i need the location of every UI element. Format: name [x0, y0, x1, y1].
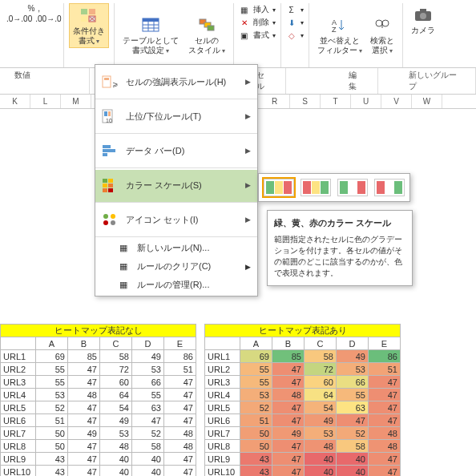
data-cell[interactable]: 48 — [369, 440, 401, 453]
autosum-button[interactable]: Σ▾ — [286, 3, 304, 16]
data-cell[interactable]: 48 — [305, 440, 337, 453]
data-cell[interactable]: 53 — [337, 363, 369, 376]
data-cell[interactable]: 55 — [240, 363, 272, 376]
menu-manage-rules[interactable]: ▦ルールの管理(R)... — [95, 276, 257, 294]
fill-button[interactable]: ⬇▾ — [286, 16, 304, 29]
data-cell[interactable]: 47 — [369, 401, 401, 414]
data-cell[interactable]: 50 — [36, 427, 68, 440]
format-as-table-button[interactable]: テーブルとして 書式設定 — [119, 14, 182, 57]
data-cell[interactable]: 64 — [100, 389, 132, 401]
data-cell[interactable]: 63 — [337, 401, 369, 414]
data-cell[interactable]: 55 — [36, 376, 68, 389]
data-cell[interactable]: 47 — [272, 440, 305, 453]
data-cell[interactable]: 64 — [305, 389, 337, 401]
data-cell[interactable]: 49 — [100, 414, 132, 427]
data-cell[interactable]: 47 — [164, 376, 196, 389]
menu-top-bottom-rules[interactable]: 10 上位/下位ルール(T)▶ — [95, 101, 257, 134]
color-scale-rwg[interactable] — [374, 179, 405, 196]
color-scale-gyr[interactable] — [264, 179, 294, 196]
data-cell[interactable]: 55 — [36, 363, 68, 376]
camera-button[interactable]: カメラ — [408, 3, 438, 37]
data-cell[interactable]: 47 — [369, 466, 401, 477]
data-cell[interactable]: 47 — [164, 414, 196, 427]
color-scale-gwr[interactable] — [337, 179, 368, 196]
menu-data-bars[interactable]: データ バー(D)▶ — [95, 135, 257, 168]
data-cell[interactable]: 40 — [305, 466, 337, 477]
data-cell[interactable]: 72 — [305, 363, 337, 376]
data-cell[interactable]: 47 — [164, 453, 196, 466]
data-cell[interactable]: 48 — [272, 389, 305, 401]
color-scale-ryg[interactable] — [301, 179, 331, 196]
data-cell[interactable]: 47 — [272, 363, 305, 376]
data-cell[interactable]: 47 — [68, 401, 100, 414]
data-cell[interactable]: 85 — [272, 350, 305, 363]
data-cell[interactable]: 47 — [68, 466, 100, 477]
data-cell[interactable]: 48 — [68, 389, 100, 401]
data-cell[interactable]: 66 — [337, 376, 369, 389]
data-cell[interactable]: 47 — [68, 376, 100, 389]
data-cell[interactable]: 48 — [369, 427, 401, 440]
format-button[interactable]: ▣書式▾ — [239, 29, 276, 42]
data-cell[interactable]: 47 — [272, 466, 305, 477]
data-cell[interactable]: 58 — [337, 440, 369, 453]
data-cell[interactable]: 49 — [68, 427, 100, 440]
data-cell[interactable]: 51 — [36, 414, 68, 427]
data-cell[interactable]: 63 — [132, 401, 164, 414]
data-cell[interactable]: 47 — [164, 389, 196, 401]
data-cell[interactable]: 49 — [337, 350, 369, 363]
menu-color-scales[interactable]: カラー スケール(S)▶ — [95, 170, 257, 203]
data-cell[interactable]: 48 — [100, 440, 132, 453]
data-cell[interactable]: 43 — [240, 466, 272, 477]
data-cell[interactable]: 50 — [240, 440, 272, 453]
data-cell[interactable]: 52 — [337, 427, 369, 440]
percent-format[interactable]: %, — [27, 3, 40, 14]
data-cell[interactable]: 40 — [305, 453, 337, 466]
data-cell[interactable]: 69 — [240, 350, 272, 363]
data-cell[interactable]: 58 — [132, 440, 164, 453]
data-cell[interactable]: 40 — [100, 453, 132, 466]
data-cell[interactable]: 47 — [68, 453, 100, 466]
data-cell[interactable]: 47 — [272, 401, 305, 414]
data-cell[interactable]: 55 — [337, 389, 369, 401]
data-cell[interactable]: 85 — [68, 350, 100, 363]
clear-button[interactable]: ◇▾ — [286, 29, 304, 42]
data-cell[interactable]: 55 — [240, 376, 272, 389]
conditional-formatting-button[interactable]: 条件付き 書式 — [69, 3, 109, 48]
data-cell[interactable]: 43 — [240, 453, 272, 466]
data-cell[interactable]: 47 — [164, 466, 196, 477]
data-cell[interactable]: 47 — [272, 414, 305, 427]
data-cell[interactable]: 49 — [132, 350, 164, 363]
data-cell[interactable]: 48 — [164, 440, 196, 453]
data-cell[interactable]: 60 — [100, 376, 132, 389]
data-cell[interactable]: 52 — [132, 427, 164, 440]
delete-button[interactable]: ✕削除▾ — [239, 16, 276, 29]
data-cell[interactable]: 43 — [36, 466, 68, 477]
data-cell[interactable]: 51 — [369, 363, 401, 376]
data-cell[interactable]: 47 — [272, 376, 305, 389]
data-cell[interactable]: 55 — [132, 389, 164, 401]
data-cell[interactable]: 58 — [305, 350, 337, 363]
data-cell[interactable]: 50 — [240, 427, 272, 440]
data-cell[interactable]: 47 — [337, 414, 369, 427]
menu-icon-sets[interactable]: アイコン セット(I)▶ — [95, 204, 257, 237]
data-cell[interactable]: 47 — [68, 440, 100, 453]
data-cell[interactable]: 51 — [240, 414, 272, 427]
menu-highlight-rules[interactable]: ⩾ セルの強調表示ルール(H)▶ — [95, 67, 257, 99]
data-cell[interactable]: 40 — [337, 453, 369, 466]
data-cell[interactable]: 47 — [369, 389, 401, 401]
data-cell[interactable]: 52 — [240, 401, 272, 414]
sort-filter-button[interactable]: AZ 並べ替えと フィルター — [314, 14, 365, 57]
data-cell[interactable]: 47 — [132, 414, 164, 427]
data-cell[interactable]: 58 — [100, 350, 132, 363]
menu-new-rule[interactable]: ▦新しいルール(N)... — [95, 239, 257, 257]
data-cell[interactable]: 53 — [36, 389, 68, 401]
data-cell[interactable]: 47 — [369, 376, 401, 389]
data-cell[interactable]: 53 — [100, 427, 132, 440]
data-cell[interactable]: 53 — [305, 427, 337, 440]
data-cell[interactable]: 50 — [36, 440, 68, 453]
decimal-buttons[interactable]: .0→.00.00→.0 — [6, 14, 62, 24]
data-cell[interactable]: 54 — [305, 401, 337, 414]
find-select-button[interactable]: 検索と 選択 — [367, 14, 397, 57]
data-cell[interactable]: 53 — [132, 363, 164, 376]
data-cell[interactable]: 72 — [100, 363, 132, 376]
